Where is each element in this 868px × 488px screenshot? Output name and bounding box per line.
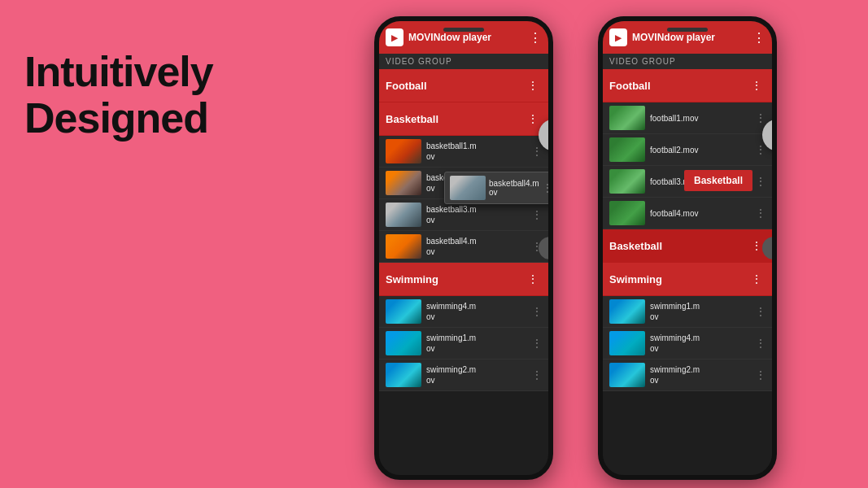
right-phone: ▶ MOVINdow player ⋮ VIDEO GROUP Football… <box>598 16 777 480</box>
right-video-dots-football2[interactable]: ⋮ <box>756 144 765 155</box>
right-video-name-swimming1: swimming1.mov <box>650 301 751 322</box>
right-app-bar: ▶ MOVINdow player ⋮ <box>603 21 772 54</box>
left-phone-screen: ▶ MOVINdow player ⋮ VIDEO GROUP Football… <box>379 21 548 475</box>
right-trash-icon: 🗑 <box>771 127 777 144</box>
left-group-swimming[interactable]: Swimming ⋮ <box>379 263 548 296</box>
right-menu-button[interactable]: ⋮ <box>752 30 765 46</box>
right-thumb-swimming4 <box>609 331 645 355</box>
right-thumb-football3 <box>609 169 645 194</box>
left-group-swimming-name: Swimming <box>386 273 524 285</box>
left-menu-button[interactable]: ⋮ <box>529 30 542 46</box>
right-video-name-football4: football4.mov <box>650 208 751 219</box>
left-drag-dots: ⋮ <box>543 182 548 194</box>
left-video-basketball1[interactable]: basketball1.mov ⋮ <box>379 136 548 168</box>
right-group-football-name: Football <box>609 80 748 92</box>
left-drag-overlay: basketball4.mov ⋮ <box>444 172 548 204</box>
right-video-dots-swimming4[interactable]: ⋮ <box>756 338 765 349</box>
left-video-swimming4[interactable]: swimming4.mov ⋮ <box>379 296 548 328</box>
right-phone-speaker <box>667 28 708 32</box>
right-group-swimming[interactable]: Swimming ⋮ <box>603 263 772 296</box>
left-video-swimming1[interactable]: swimming1.mov ⋮ <box>379 328 548 359</box>
right-video-football4[interactable]: football4.mov ⋮ <box>603 198 772 229</box>
right-video-swimming1[interactable]: swimming1.mov ⋮ <box>603 296 772 328</box>
left-group-basketball-dots[interactable]: ⋮ <box>524 111 542 127</box>
left-group-football-name: Football <box>386 80 524 92</box>
headline: Intuitively Designed <box>24 49 213 142</box>
right-video-name-swimming2: swimming2.mov <box>650 364 751 386</box>
right-video-name-football2: football2.mov <box>650 145 751 155</box>
left-app-bar: ▶ MOVINdow player ⋮ <box>379 21 548 54</box>
left-video-name-basketball3: basketball3.mov <box>426 204 527 225</box>
right-group-swimming-dots[interactable]: ⋮ <box>748 271 765 287</box>
left-video-name-swimming4: swimming4.mov <box>426 301 527 322</box>
right-video-swimming4[interactable]: swimming4.mov ⋮ <box>603 328 772 359</box>
right-group-swimming-name: Swimming <box>609 273 748 285</box>
left-phone-container: ▶ MOVINdow player ⋮ VIDEO GROUP Football… <box>374 16 553 480</box>
right-video-dots-swimming2[interactable]: ⋮ <box>756 369 765 381</box>
right-basketball-popup: Basketball <box>684 170 752 191</box>
left-phone: ▶ MOVINdow player ⋮ VIDEO GROUP Football… <box>374 16 553 480</box>
right-video-dots-football4[interactable]: ⋮ <box>756 207 765 219</box>
right-app-icon: ▶ <box>609 28 627 46</box>
left-group-basketball-name: Basketball <box>386 113 524 125</box>
right-app-title: MOVINdow player <box>632 32 748 43</box>
left-thumb-swimming1 <box>386 331 421 355</box>
right-thumb-football1 <box>609 106 645 130</box>
left-video-dots-swimming2[interactable]: ⋮ <box>532 369 542 381</box>
right-group-football-dots[interactable]: ⋮ <box>748 77 765 94</box>
headline-line1: Intuitively <box>24 49 213 95</box>
left-section-label: VIDEO GROUP <box>379 54 548 69</box>
left-video-basketball4[interactable]: basketball4.mov ⋮ <box>379 231 548 263</box>
left-group-basketball[interactable]: Basketball ⋮ <box>379 102 548 136</box>
right-section-label: VIDEO GROUP <box>603 54 772 69</box>
right-video-football2[interactable]: football2.mov ⋮ <box>603 134 772 166</box>
right-group-basketball-name: Basketball <box>609 240 748 252</box>
right-video-name-football1: football1.mov <box>650 113 751 124</box>
left-video-dots-basketball3[interactable]: ⋮ <box>532 209 542 220</box>
left-app-title: MOVINdow player <box>408 32 524 43</box>
left-trash-icon: 🗑 <box>547 127 553 144</box>
left-drag-name: basketball4.mov <box>489 179 539 197</box>
right-phone-container: ▶ MOVINdow player ⋮ VIDEO GROUP Football… <box>598 16 777 480</box>
right-video-dots-swimming1[interactable]: ⋮ <box>756 306 765 317</box>
right-video-dots-football3[interactable]: ⋮ <box>756 176 765 187</box>
right-thumb-swimming1 <box>609 299 645 324</box>
left-thumb-basketball3 <box>386 203 421 227</box>
left-video-name-basketball4: basketball4.mov <box>426 236 527 257</box>
left-thumb-swimming2 <box>386 363 421 387</box>
left-group-football-dots[interactable]: ⋮ <box>524 77 542 94</box>
left-video-name-basketball1: basketball1.mov <box>426 141 527 162</box>
left-video-dots-basketball1[interactable]: ⋮ <box>532 146 542 157</box>
left-video-name-swimming2: swimming2.mov <box>426 364 527 386</box>
left-thumb-swimming4 <box>386 299 421 324</box>
left-video-name-swimming1: swimming1.mov <box>426 333 527 354</box>
right-thumb-football4 <box>609 201 645 225</box>
left-drag-thumb <box>450 176 486 200</box>
right-phone-screen: ▶ MOVINdow player ⋮ VIDEO GROUP Football… <box>603 21 772 475</box>
right-video-swimming2[interactable]: swimming2.mov ⋮ <box>603 359 772 391</box>
headline-line2: Designed <box>24 95 213 142</box>
right-video-dots-football1[interactable]: ⋮ <box>756 112 765 124</box>
left-thumb-basketball1 <box>386 139 421 163</box>
right-group-football[interactable]: Football ⋮ <box>603 69 772 102</box>
right-video-football1[interactable]: football1.mov ⋮ <box>603 102 772 134</box>
right-group-basketball[interactable]: Basketball ⋮ <box>603 229 772 263</box>
left-video-dots-swimming1[interactable]: ⋮ <box>532 338 542 349</box>
left-thumb-basketball4 <box>386 234 421 259</box>
left-group-swimming-dots[interactable]: ⋮ <box>524 271 542 287</box>
left-video-dots-swimming4[interactable]: ⋮ <box>532 306 542 317</box>
right-thumb-football2 <box>609 137 645 162</box>
left-video-swimming2[interactable]: swimming2.mov ⋮ <box>379 359 548 391</box>
left-group-football[interactable]: Football ⋮ <box>379 69 548 102</box>
right-video-name-swimming4: swimming4.mov <box>650 333 751 354</box>
left-app-icon: ▶ <box>386 28 403 46</box>
left-phone-speaker <box>443 28 484 32</box>
left-thumb-basketball2 <box>386 171 421 195</box>
right-thumb-swimming2 <box>609 363 645 387</box>
